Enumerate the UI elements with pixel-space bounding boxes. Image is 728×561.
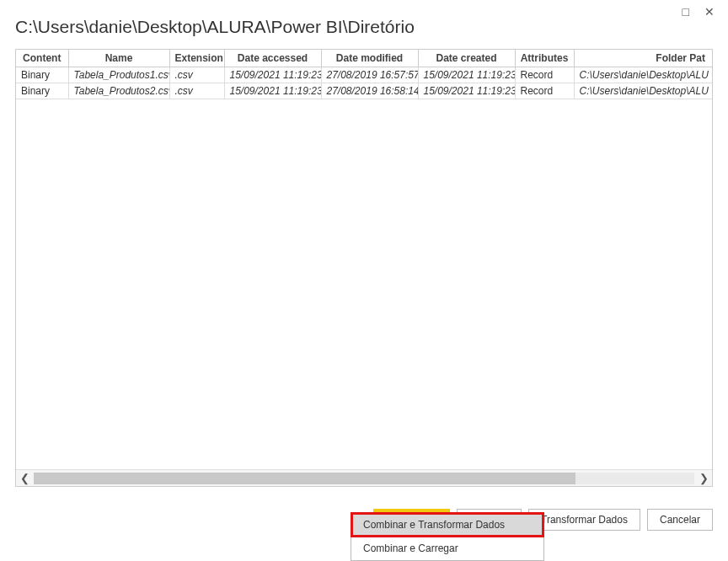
cancel-button[interactable]: Cancelar [647, 509, 713, 531]
col-header-modified[interactable]: Date modified [321, 50, 418, 67]
cell-content: Binary [16, 83, 68, 99]
col-header-content[interactable]: Content [16, 50, 68, 67]
combine-dropdown: Combinar e Transformar Dados Combinar e … [351, 512, 544, 561]
col-header-name[interactable]: Name [68, 50, 169, 67]
cell-accessed: 15/09/2021 11:19:23 [224, 67, 321, 83]
window-title: C:\Users\danie\Desktop\ALURA\Power BI\Di… [0, 0, 728, 45]
table-row[interactable]: Binary Tabela_Produtos2.csv .csv 15/09/2… [16, 83, 712, 99]
scroll-right-icon[interactable]: ❯ [695, 470, 712, 487]
cell-name: Tabela_Produtos1.csv [68, 67, 169, 83]
cell-modified: 27/08/2019 16:57:57 [321, 67, 418, 83]
data-table: Content Name Extension Date accessed Dat… [16, 50, 712, 99]
data-table-container: Content Name Extension Date accessed Dat… [15, 49, 713, 487]
cell-path: C:\Users\danie\Desktop\ALU [574, 83, 712, 99]
cell-accessed: 15/09/2021 11:19:23 [224, 83, 321, 99]
table-row[interactable]: Binary Tabela_Produtos1.csv .csv 15/09/2… [16, 67, 712, 83]
col-header-extension[interactable]: Extension [169, 50, 224, 67]
transform-button[interactable]: Transformar Dados [528, 509, 640, 531]
close-icon[interactable]: ✕ [704, 5, 715, 19]
dropdown-combine-load[interactable]: Combinar e Carregar [351, 537, 543, 560]
scroll-thumb[interactable] [34, 473, 575, 484]
col-header-accessed[interactable]: Date accessed [224, 50, 321, 67]
col-header-created[interactable]: Date created [418, 50, 515, 67]
cell-modified: 27/08/2019 16:58:14 [321, 83, 418, 99]
cell-created: 15/09/2021 11:19:23 [418, 67, 515, 83]
cell-created: 15/09/2021 11:19:23 [418, 83, 515, 99]
cell-content: Binary [16, 67, 68, 83]
horizontal-scrollbar[interactable]: ❮ ❯ [16, 469, 712, 486]
cell-extension: .csv [169, 67, 224, 83]
cell-attributes: Record [515, 67, 574, 83]
scroll-track[interactable] [34, 473, 694, 484]
scroll-left-icon[interactable]: ❮ [16, 470, 33, 487]
maximize-icon[interactable]: □ [682, 5, 689, 19]
col-header-attributes[interactable]: Attributes [515, 50, 574, 67]
cell-attributes: Record [515, 83, 574, 99]
table-header-row: Content Name Extension Date accessed Dat… [16, 50, 712, 67]
dropdown-combine-transform[interactable]: Combinar e Transformar Dados [351, 512, 544, 537]
cell-extension: .csv [169, 83, 224, 99]
cell-name: Tabela_Produtos2.csv [68, 83, 169, 99]
col-header-path[interactable]: Folder Pat [574, 50, 712, 67]
cell-path: C:\Users\danie\Desktop\ALU [574, 67, 712, 83]
